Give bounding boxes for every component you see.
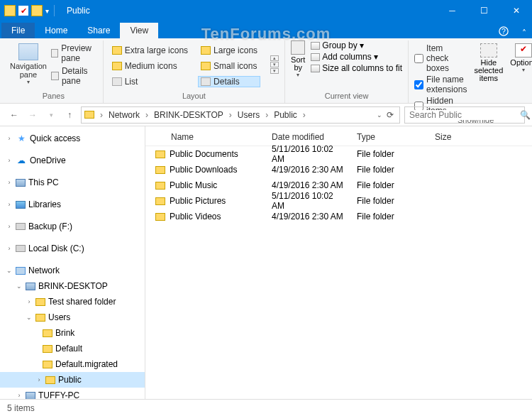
file-row[interactable]: Public Downloads4/19/2016 2:30 AMFile fo… [145,162,532,177]
tab-share[interactable]: Share [77,23,120,38]
group-show-hide: Item check boxes File name extensions Hi… [409,40,532,103]
breadcrumb-seg[interactable]: Users [235,109,262,121]
status-bar: 5 items [0,399,532,416]
breadcrumb[interactable]: › Network› BRINK-DESKTOP› Users› Public›… [81,106,400,124]
breadcrumb-seg[interactable]: Network [106,109,143,121]
preview-pane-button[interactable]: Preview pane [51,43,97,63]
file-row[interactable]: Public Documents5/11/2016 10:02 AMFile f… [145,146,532,162]
col-name[interactable]: Name [145,129,266,146]
folder-icon [4,5,16,16]
layout-extra-large[interactable]: Extra large icons [109,45,191,56]
tree-backup[interactable]: ›Backup (F:) [0,219,145,234]
forward-button[interactable]: → [26,108,40,122]
layout-large[interactable]: Large icons [198,45,260,56]
ribbon: Navigation pane ▾ Preview pane Details p… [0,38,532,104]
sort-by-button[interactable]: Sort by ▾ [291,40,305,78]
layout-scroll[interactable]: ▴▾▾ [270,55,279,74]
navigation-pane-button[interactable]: Navigation pane ▾ [10,40,47,85]
ribbon-tabs: File Home Share View ? ˄ [0,21,532,38]
file-row[interactable]: Public Pictures5/11/2016 10:02 AMFile fo… [145,193,532,209]
file-type: File folder [351,177,429,193]
tree-public[interactable]: ›Public [0,372,145,388]
group-label-curview: Current view [291,92,402,103]
file-name: Public Pictures [170,196,226,206]
svg-text:?: ? [501,27,506,35]
tree-network[interactable]: ⌄Network [0,263,145,278]
col-size[interactable]: Size [429,129,486,146]
tab-home[interactable]: Home [35,23,77,38]
ribbon-collapse-icon[interactable]: ˄ [516,28,532,38]
minimize-button[interactable]: ─ [436,0,468,21]
breadcrumb-seg[interactable]: BRINK-DESKTOP [151,109,226,121]
file-ext-toggle[interactable]: File name extensions [414,75,467,94]
group-by-button[interactable]: Group by ▾ [311,40,402,50]
tree-tuffy-pc[interactable]: ›TUFFY-PC [0,388,145,399]
tree-brink-desktop[interactable]: ⌄BRINK-DESKTOP [0,278,145,294]
folder-icon [155,213,165,221]
file-date: 4/19/2016 2:30 AM [266,162,351,177]
layout-small[interactable]: Small icons [198,60,260,72]
tab-view[interactable]: View [120,23,158,38]
file-size [429,198,486,204]
search-box[interactable]: 🔍 [404,106,525,124]
tree-this-pc[interactable]: ›This PC [0,175,145,190]
folder-icon [155,166,165,174]
file-row[interactable]: Public Videos4/19/2016 2:30 AMFile folde… [145,209,532,224]
layout-list[interactable]: List [109,76,191,87]
group-label-layout: Layout [109,92,279,103]
file-type: File folder [351,193,429,209]
tree-localdisk[interactable]: ›Local Disk (C:) [0,241,145,256]
tree-users[interactable]: ⌄Users [0,310,145,325]
folder-icon-2 [31,5,43,16]
file-size [429,167,486,173]
tree-libraries[interactable]: ›Libraries [0,197,145,212]
address-bar: ← → ▾ ↑ › Network› BRINK-DESKTOP› Users›… [0,104,532,126]
file-type: File folder [351,162,429,177]
maximize-button[interactable]: ☐ [468,0,500,21]
size-columns-button[interactable]: Size all columns to fit [311,63,402,73]
group-label-panes: Panes [10,92,97,103]
separator [54,5,55,16]
folder-icon [155,197,165,205]
dropdown-icon[interactable]: ⌄ [377,111,382,119]
group-current-view: Sort by ▾ Group by ▾ Add columns ▾ Size … [285,40,409,103]
breadcrumb-seg[interactable]: Public [271,109,300,121]
status-text: 5 items [7,403,35,413]
layout-medium[interactable]: Medium icons [109,60,191,72]
file-name: Public Videos [170,212,221,221]
file-type: File folder [351,146,429,162]
folder-icon [155,182,165,190]
tree-default[interactable]: Default [0,341,145,356]
options-button[interactable]: ✔ Options ▾ [510,43,532,73]
tree-quick-access[interactable]: ›★Quick access [0,131,145,146]
tree-onedrive[interactable]: ›☁OneDrive [0,153,145,168]
layout-details[interactable]: Details [198,76,260,87]
search-icon[interactable]: 🔍 [520,110,531,120]
details-pane-button[interactable]: Details pane [51,66,97,86]
file-size [429,214,486,219]
close-button[interactable]: ✕ [500,0,532,21]
file-name: Public Downloads [170,165,237,175]
qat-dropdown-icon[interactable]: ▾ [45,7,49,15]
refresh-icon[interactable]: ⟳ [387,110,394,120]
up-button[interactable]: ↑ [62,108,77,122]
group-panes: Navigation pane ▾ Preview pane Details p… [4,40,104,103]
help-button[interactable]: ? [495,24,512,38]
back-button[interactable]: ← [7,108,21,122]
add-columns-button[interactable]: Add columns ▾ [311,52,402,62]
col-type[interactable]: Type [351,129,429,146]
folder-icon [155,150,165,158]
window-title: Public [67,6,90,16]
tree-default-migrated[interactable]: Default.migrated [0,356,145,372]
nav-tree[interactable]: ›★Quick access ›☁OneDrive ›This PC ›Libr… [0,126,145,399]
folder-icon [84,111,94,119]
tree-brink-user[interactable]: Brink [0,325,145,341]
recent-dropdown[interactable]: ▾ [44,108,58,122]
tab-file[interactable]: File [1,23,35,38]
search-input[interactable] [409,110,516,120]
hide-selected-button[interactable]: Hide selected items [474,43,503,82]
qat-properties-icon[interactable]: ✔ [18,6,28,16]
tree-test-shared[interactable]: ›Test shared folder [0,294,145,310]
item-checkboxes-toggle[interactable]: Item check boxes [414,43,467,73]
file-size [429,182,486,188]
